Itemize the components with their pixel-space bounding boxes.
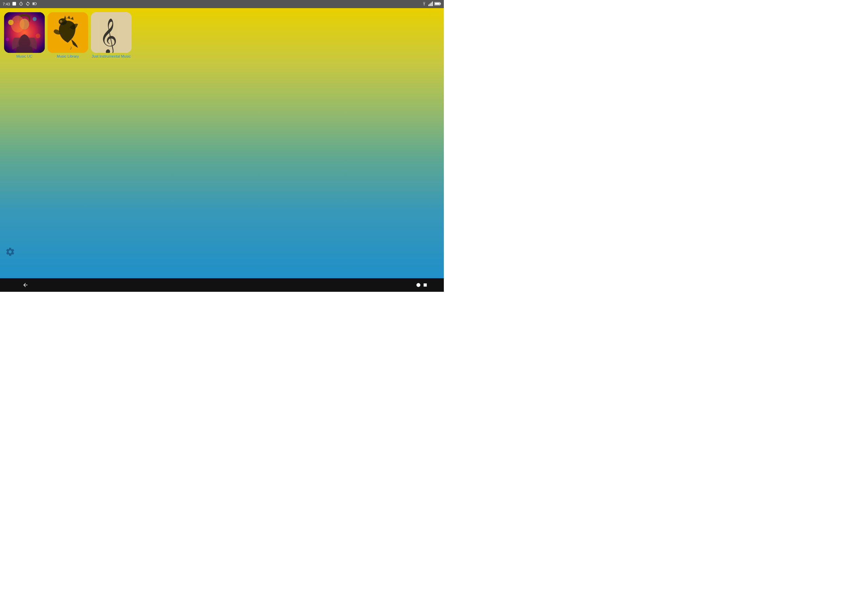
main-content: Music UC: [0, 8, 444, 278]
app-icon-music-uc: [4, 12, 45, 53]
svg-point-21: [36, 34, 40, 38]
status-time: 7:43: [3, 2, 10, 6]
svg-rect-12: [431, 3, 432, 6]
music-library-svg: ♪: [48, 12, 88, 53]
app-item-music-library[interactable]: ♪ Music Library: [48, 12, 88, 59]
svg-point-19: [33, 17, 37, 21]
nav-bar: [0, 278, 444, 292]
svg-point-18: [8, 20, 14, 25]
svg-rect-15: [440, 3, 441, 5]
svg-rect-10: [429, 5, 429, 6]
svg-rect-11: [429, 3, 430, 6]
music-uc-svg: [4, 12, 45, 53]
svg-rect-32: [423, 283, 426, 286]
svg-rect-13: [432, 2, 432, 6]
app-label-music-library: Music Library: [57, 54, 79, 59]
status-bar: 7:43: [0, 0, 444, 8]
settings-button[interactable]: [3, 246, 17, 259]
notification-icon: [12, 2, 17, 7]
app-icon-instrumental: 𝄞: [91, 12, 132, 53]
battery-icon: [434, 2, 441, 6]
status-bar-left: 7:43: [3, 2, 37, 7]
svg-point-1: [20, 3, 22, 5]
app-item-music-uc[interactable]: Music UC: [4, 12, 45, 59]
svg-text:♪: ♪: [70, 45, 72, 51]
svg-text:𝄞: 𝄞: [99, 19, 117, 53]
recent-apps-button[interactable]: [420, 280, 430, 290]
svg-point-26: [61, 21, 62, 22]
gear-icon: [5, 247, 15, 258]
app-grid: Music UC: [3, 11, 441, 60]
svg-rect-0: [12, 2, 16, 6]
app-label-instrumental: Just Instrumental Music: [91, 54, 131, 59]
wifi-icon: [422, 2, 427, 7]
music-uc-artwork: [4, 12, 45, 53]
app-item-instrumental[interactable]: 𝄞 Just Instrumental Music: [91, 12, 132, 59]
svg-point-22: [20, 19, 29, 29]
back-button[interactable]: [20, 280, 31, 290]
signal-icon: [428, 2, 433, 7]
status-bar-right: [422, 2, 441, 7]
svg-point-20: [6, 38, 9, 41]
svg-rect-16: [435, 3, 439, 5]
app-icon-music-library: ♪: [48, 12, 88, 53]
sync-icon: [25, 2, 30, 7]
svg-rect-5: [36, 3, 37, 4]
svg-rect-6: [33, 3, 34, 5]
svg-point-24: [59, 18, 67, 25]
svg-line-3: [21, 3, 22, 4]
app-label-music-uc: Music UC: [16, 54, 33, 59]
instrumental-svg: 𝄞: [91, 12, 132, 53]
battery-saver-icon: [32, 2, 37, 7]
alarm-icon: [19, 2, 23, 7]
